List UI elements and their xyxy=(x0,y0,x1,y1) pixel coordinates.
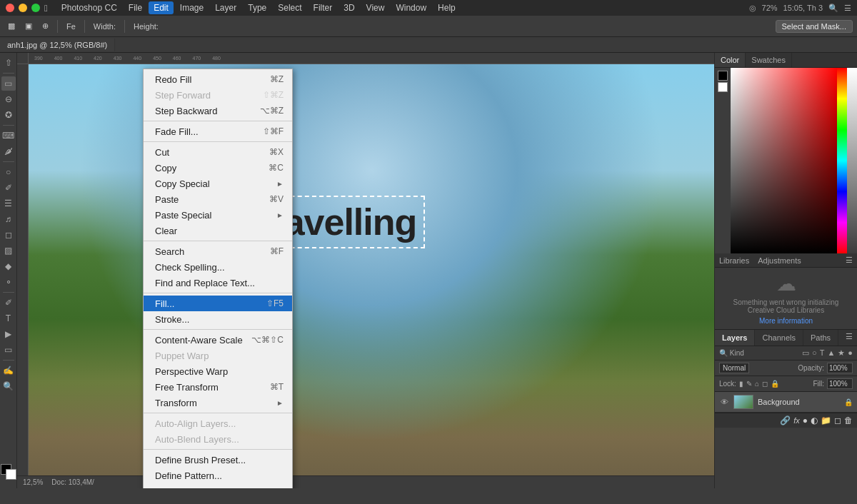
notification-icon[interactable]: ☰ xyxy=(844,4,851,13)
path-selection-tool[interactable]: ▶ xyxy=(1,327,16,341)
menu-check-spelling[interactable]: Check Spelling... xyxy=(144,259,292,275)
menu-step-backward[interactable]: Step Backward ⌥⌘Z xyxy=(144,103,292,119)
menu-cut[interactable]: Cut ⌘X xyxy=(144,144,292,160)
color-picker-squares[interactable] xyxy=(1,464,16,480)
menu-define-pattern[interactable]: Define Pattern... xyxy=(144,468,292,483)
color-gradient-picker[interactable] xyxy=(731,68,837,253)
select-mask-button[interactable]: Select and Mask... xyxy=(776,20,853,33)
menu-auto-align[interactable]: Auto-Align Layers... xyxy=(144,415,292,431)
menu-free-transform[interactable]: Free Transform ⌘T xyxy=(144,379,292,395)
filter-pixel-icon[interactable]: ▭ xyxy=(802,348,809,358)
lock-all-icon[interactable]: 🔒 xyxy=(771,380,779,388)
menu-image[interactable]: Image xyxy=(175,1,209,14)
tab-adjustments[interactable]: Adjustments xyxy=(758,256,801,265)
search-icon[interactable]: 🔍 xyxy=(828,4,838,13)
libraries-more-info-link[interactable]: More information xyxy=(759,317,813,325)
menu-content-aware-scale[interactable]: Content-Aware Scale ⌥⌘⇧C xyxy=(144,332,292,348)
healing-brush-tool[interactable]: ○ xyxy=(1,165,16,179)
tab-color[interactable]: Color xyxy=(715,53,746,67)
tab-channels[interactable]: Channels xyxy=(755,330,803,346)
menu-stroke[interactable]: Stroke... xyxy=(144,311,292,327)
minimize-button[interactable] xyxy=(19,4,27,12)
tab-swatches[interactable]: Swatches xyxy=(746,53,792,67)
menu-copy[interactable]: Copy ⌘C xyxy=(144,160,292,176)
filter-shape-icon[interactable]: ▲ xyxy=(827,348,835,358)
menu-redo-fill[interactable]: Redo Fill ⌘Z xyxy=(144,71,292,87)
type-tool[interactable]: T xyxy=(1,311,16,326)
clone-stamp-tool[interactable]: ☰ xyxy=(1,196,16,211)
menu-help[interactable]: Help xyxy=(433,1,461,14)
menu-window[interactable]: Window xyxy=(391,1,431,14)
fill-input[interactable] xyxy=(827,378,853,389)
delete-layer-icon[interactable]: 🗑 xyxy=(844,415,853,425)
opacity-input[interactable] xyxy=(827,363,853,373)
menu-puppet-warp[interactable]: Puppet Warp xyxy=(144,348,292,363)
lock-transparent-icon[interactable]: ▮ xyxy=(739,380,743,388)
magic-wand-tool[interactable]: ✪ xyxy=(1,108,16,122)
new-adjustment-icon[interactable]: ◐ xyxy=(811,415,818,425)
menu-auto-blend[interactable]: Auto-Blend Layers... xyxy=(144,431,292,447)
background-color[interactable] xyxy=(6,469,16,480)
menu-define-brush[interactable]: Define Brush Preset... xyxy=(144,452,292,468)
filter-type-icon[interactable]: T xyxy=(820,348,825,358)
hand-tool[interactable]: ✍ xyxy=(1,363,16,378)
eyedropper-tool[interactable]: 🌶 xyxy=(1,144,16,158)
menu-edit[interactable]: Edit xyxy=(149,1,174,14)
close-button[interactable] xyxy=(6,4,14,12)
menu-file[interactable]: File xyxy=(124,1,147,14)
blur-tool[interactable]: ◆ xyxy=(1,259,16,273)
menu-fade-fill[interactable]: Fade Fill... ⇧⌘F xyxy=(144,124,292,139)
tab-layers[interactable]: Layers xyxy=(715,330,755,346)
menu-fill[interactable]: Fill... ⇧F5 xyxy=(144,296,292,311)
add-mask-icon[interactable]: ● xyxy=(803,415,808,425)
gradient-tool[interactable]: ▨ xyxy=(1,243,16,258)
layer-visibility-eye[interactable]: 👁 xyxy=(719,398,729,406)
lock-position-icon[interactable]: ⌂ xyxy=(755,380,759,388)
menu-filter[interactable]: Filter xyxy=(309,1,338,14)
menu-clear[interactable]: Clear xyxy=(144,223,292,238)
marquee-tool[interactable]: ▭ xyxy=(1,76,16,91)
menu-copy-special[interactable]: Copy Special ► xyxy=(144,176,292,191)
menu-transform[interactable]: Transform ► xyxy=(144,395,292,410)
filter-adjust-icon[interactable]: ○ xyxy=(812,348,817,358)
crop-tool[interactable]: ⌨ xyxy=(1,128,16,143)
lock-image-icon[interactable]: ✎ xyxy=(746,380,752,388)
menu-view[interactable]: View xyxy=(361,1,390,14)
menu-paste[interactable]: Paste ⌘V xyxy=(144,191,292,207)
edit-menu-dropdown[interactable]: Redo Fill ⌘Z Step Forward ⇧⌘Z Step Backw… xyxy=(143,69,293,488)
menu-photoshop[interactable]: Photoshop CC xyxy=(56,1,122,14)
document-tab[interactable]: anh1.jpg @ 12,5% (RGB/8#) xyxy=(0,39,115,51)
menu-layer[interactable]: Layer xyxy=(210,1,241,14)
zoom-tool[interactable]: 🔍 xyxy=(1,379,16,393)
menu-type[interactable]: Type xyxy=(243,1,271,14)
filter-smart-icon[interactable]: ★ xyxy=(838,348,845,358)
brush-tool[interactable]: ✐ xyxy=(1,181,16,195)
menu-3d[interactable]: 3D xyxy=(339,1,359,14)
filter-toggle[interactable]: ● xyxy=(848,348,853,358)
maximize-button[interactable] xyxy=(31,4,40,12)
menu-search[interactable]: Search ⌘F xyxy=(144,243,292,259)
menu-paste-special[interactable]: Paste Special ► xyxy=(144,207,292,223)
pen-tool[interactable]: ✐ xyxy=(1,296,16,310)
blend-mode-select[interactable]: Normal xyxy=(719,363,749,373)
shape-tool[interactable]: ▭ xyxy=(1,343,16,357)
tab-libraries[interactable]: Libraries xyxy=(719,256,749,265)
menu-perspective-warp[interactable]: Perspective Warp xyxy=(144,363,292,379)
history-brush-tool[interactable]: ♬ xyxy=(1,212,16,226)
menu-step-forward[interactable]: Step Forward ⇧⌘Z xyxy=(144,87,292,103)
menu-define-custom-shape[interactable]: Define Custom Shape... xyxy=(144,483,292,488)
new-group-icon[interactable]: 📁 xyxy=(821,415,831,425)
new-layer-icon[interactable]: ◻ xyxy=(834,415,841,425)
tab-paths[interactable]: Paths xyxy=(803,330,838,346)
hue-slider[interactable] xyxy=(837,68,847,253)
layer-background[interactable]: 👁 Background 🔒 xyxy=(715,392,857,413)
menu-select[interactable]: Select xyxy=(273,1,306,14)
libraries-icon-btn[interactable]: ☰ xyxy=(846,256,853,265)
layers-panel-menu-btn[interactable]: ☰ xyxy=(841,330,857,346)
fx-icon[interactable]: fx xyxy=(793,416,800,425)
lasso-tool[interactable]: ⊖ xyxy=(1,92,16,106)
menu-find-replace[interactable]: Find and Replace Text... xyxy=(144,275,292,291)
lock-artboard-icon[interactable]: ◻ xyxy=(762,380,768,388)
eraser-tool[interactable]: ◻ xyxy=(1,228,16,242)
move-tool[interactable]: ⇧ xyxy=(1,56,16,70)
